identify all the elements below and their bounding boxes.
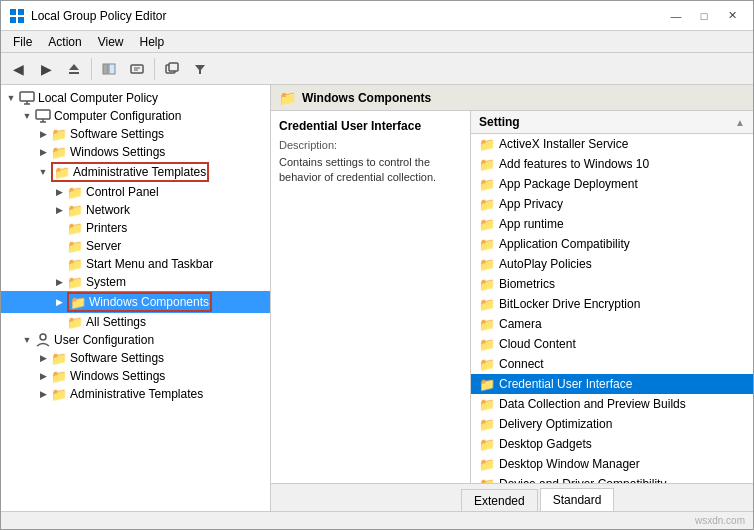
folder-icon: 📁 xyxy=(479,197,495,212)
menu-action[interactable]: Action xyxy=(40,33,89,51)
settings-item[interactable]: 📁Credential User Interface xyxy=(471,374,753,394)
tree-label: Computer Configuration xyxy=(54,109,181,123)
toggle-icon: ▼ xyxy=(35,164,51,180)
tab-standard[interactable]: Standard xyxy=(540,488,615,511)
settings-item[interactable]: 📁Cloud Content xyxy=(471,334,753,354)
maximize-button[interactable]: □ xyxy=(691,6,717,26)
tree-item-control-panel[interactable]: ▶ 📁 Control Panel xyxy=(1,183,270,201)
toggle-icon: ▶ xyxy=(51,294,67,310)
folder-icon: 📁 xyxy=(479,257,495,272)
title-bar: Local Group Policy Editor — □ ✕ xyxy=(1,1,753,31)
tree-item-local-computer-policy[interactable]: ▼ Local Computer Policy xyxy=(1,89,270,107)
tree-label: Windows Components xyxy=(89,295,209,309)
settings-item-label: Credential User Interface xyxy=(499,377,632,391)
settings-item[interactable]: 📁Biometrics xyxy=(471,274,753,294)
settings-item-label: Connect xyxy=(499,357,544,371)
folder-icon: 📁 xyxy=(67,238,83,254)
svg-rect-1 xyxy=(18,9,24,15)
computer-icon xyxy=(19,90,35,106)
folder-icon: 📁 xyxy=(67,184,83,200)
settings-item-label: App Privacy xyxy=(499,197,563,211)
user-icon xyxy=(35,332,51,348)
tree-item-system[interactable]: ▶ 📁 System xyxy=(1,273,270,291)
tree-item-network[interactable]: ▶ 📁 Network xyxy=(1,201,270,219)
folder-icon: 📁 xyxy=(479,377,495,392)
minimize-button[interactable]: — xyxy=(663,6,689,26)
toolbar-properties[interactable] xyxy=(124,56,150,82)
tree-label: Windows Settings xyxy=(70,145,165,159)
folder-icon: 📁 xyxy=(479,177,495,192)
tree-item-computer-configuration[interactable]: ▼ Computer Configuration xyxy=(1,107,270,125)
settings-item[interactable]: 📁Connect xyxy=(471,354,753,374)
settings-item[interactable]: 📁Delivery Optimization xyxy=(471,414,753,434)
tree-item-windows-settings-user[interactable]: ▶ 📁 Windows Settings xyxy=(1,367,270,385)
toolbar-back[interactable]: ◀ xyxy=(5,56,31,82)
settings-item-label: App Package Deployment xyxy=(499,177,638,191)
settings-item-label: BitLocker Drive Encryption xyxy=(499,297,640,311)
close-button[interactable]: ✕ xyxy=(719,6,745,26)
svg-marker-5 xyxy=(69,64,79,70)
folder-icon: 📁 xyxy=(479,457,495,472)
toolbar-up[interactable] xyxy=(61,56,87,82)
folder-icon: 📁 xyxy=(479,337,495,352)
settings-item[interactable]: 📁BitLocker Drive Encryption xyxy=(471,294,753,314)
menu-file[interactable]: File xyxy=(5,33,40,51)
description-panel: Credential User Interface Description: C… xyxy=(271,111,471,483)
tree-label: Control Panel xyxy=(86,185,159,199)
tree-item-windows-components[interactable]: ▶ 📁 Windows Components xyxy=(1,291,270,313)
folder-icon: 📁 xyxy=(479,397,495,412)
menu-view[interactable]: View xyxy=(90,33,132,51)
tree-item-user-configuration[interactable]: ▼ User Configuration xyxy=(1,331,270,349)
settings-item[interactable]: 📁Device and Driver Compatibility xyxy=(471,474,753,483)
computer-small-icon xyxy=(35,108,51,124)
toolbar-forward[interactable]: ▶ xyxy=(33,56,59,82)
folder-icon: 📁 xyxy=(479,357,495,372)
menu-help[interactable]: Help xyxy=(132,33,173,51)
svg-marker-13 xyxy=(195,65,205,74)
tree-item-all-settings[interactable]: ▶ 📁 All Settings xyxy=(1,313,270,331)
tree-label: Administrative Templates xyxy=(70,387,203,401)
tab-extended[interactable]: Extended xyxy=(461,489,538,511)
folder-icon: 📁 xyxy=(479,217,495,232)
settings-item[interactable]: 📁App Privacy xyxy=(471,194,753,214)
toggle-icon: ▶ xyxy=(51,274,67,290)
settings-item[interactable]: 📁AutoPlay Policies xyxy=(471,254,753,274)
settings-item[interactable]: 📁Application Compatibility xyxy=(471,234,753,254)
tree-item-administrative-templates-user[interactable]: ▶ 📁 Administrative Templates xyxy=(1,385,270,403)
title-bar-left: Local Group Policy Editor xyxy=(9,8,166,24)
header-folder-icon: 📁 xyxy=(279,90,296,106)
settings-item[interactable]: 📁Desktop Window Manager xyxy=(471,454,753,474)
tree-item-software-settings-user[interactable]: ▶ 📁 Software Settings xyxy=(1,349,270,367)
tree-item-start-menu[interactable]: ▶ 📁 Start Menu and Taskbar xyxy=(1,255,270,273)
settings-item[interactable]: 📁Desktop Gadgets xyxy=(471,434,753,454)
settings-item-label: Camera xyxy=(499,317,542,331)
settings-item-label: Add features to Windows 10 xyxy=(499,157,649,171)
folder-icon: 📁 xyxy=(479,277,495,292)
toolbar-filter[interactable] xyxy=(187,56,213,82)
tree-item-printers[interactable]: ▶ 📁 Printers xyxy=(1,219,270,237)
toggle-icon: ▶ xyxy=(35,368,51,384)
tree-item-software-settings[interactable]: ▶ 📁 Software Settings xyxy=(1,125,270,143)
folder-icon: 📁 xyxy=(479,297,495,312)
window-title: Local Group Policy Editor xyxy=(31,9,166,23)
settings-item[interactable]: 📁App Package Deployment xyxy=(471,174,753,194)
tree-label: Software Settings xyxy=(70,351,164,365)
settings-item[interactable]: 📁Data Collection and Preview Builds xyxy=(471,394,753,414)
folder-icon: 📁 xyxy=(51,144,67,160)
svg-rect-6 xyxy=(103,64,108,74)
toggle-icon: ▼ xyxy=(3,90,19,106)
sort-icon: ▲ xyxy=(735,117,745,128)
tree-item-server[interactable]: ▶ 📁 Server xyxy=(1,237,270,255)
settings-item[interactable]: 📁App runtime xyxy=(471,214,753,234)
toolbar-new-window[interactable] xyxy=(159,56,185,82)
settings-item[interactable]: 📁ActiveX Installer Service xyxy=(471,134,753,154)
settings-item[interactable]: 📁Camera xyxy=(471,314,753,334)
settings-item-label: Desktop Gadgets xyxy=(499,437,592,451)
tree-item-administrative-templates[interactable]: ▼ 📁 Administrative Templates xyxy=(1,161,270,183)
right-panel: 📁 Windows Components Credential User Int… xyxy=(271,85,753,511)
settings-item[interactable]: 📁Add features to Windows 10 xyxy=(471,154,753,174)
tree-item-windows-settings[interactable]: ▶ 📁 Windows Settings xyxy=(1,143,270,161)
svg-point-20 xyxy=(40,334,46,340)
folder-icon: 📁 xyxy=(479,417,495,432)
toolbar-show-hide[interactable] xyxy=(96,56,122,82)
